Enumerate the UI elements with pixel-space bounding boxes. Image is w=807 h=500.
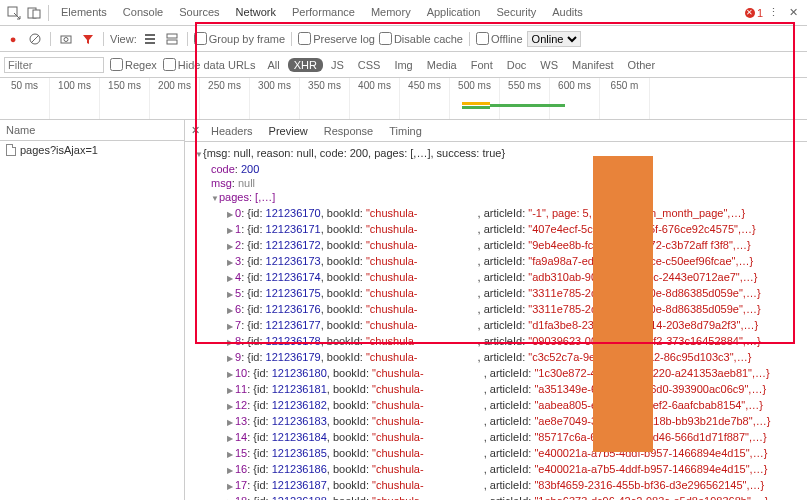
timeline-tick: 300 ms [250,78,300,120]
timeline-tick: 200 ms [150,78,200,120]
json-row[interactable]: 3: {id: 121236173, bookId: "chushula-, a… [195,254,807,270]
view-label: View: [110,33,137,45]
regex-checkbox[interactable]: Regex [110,58,157,71]
filter-bar: Regex Hide data URLs AllXHRJSCSSImgMedia… [0,52,807,78]
disable-cache-checkbox[interactable]: Disable cache [379,32,463,45]
timeline-bar [462,102,490,105]
filter-input[interactable] [4,57,104,73]
svg-rect-8 [145,38,155,40]
json-row[interactable]: 6: {id: 121236176, bookId: "chushula-, a… [195,302,807,318]
filter-pill-media[interactable]: Media [421,58,463,72]
filter-pill-img[interactable]: Img [388,58,418,72]
detail-tab-headers[interactable]: Headers [203,123,261,139]
separator [48,5,49,21]
view-list-icon[interactable] [141,30,159,48]
main-pane: Name pages?isAjax=1 ✕ HeadersPreviewResp… [0,120,807,500]
timeline-tick: 550 ms [500,78,550,120]
json-row[interactable]: 1: {id: 121236171, bookId: "chushula-, a… [195,222,807,238]
tab-application[interactable]: Application [419,2,489,24]
json-row[interactable]: 16: {id: 121236186, bookId: "chushula-, … [195,462,807,478]
request-item[interactable]: pages?isAjax=1 [0,141,184,159]
svg-rect-10 [167,34,177,38]
detail-tab-preview[interactable]: Preview [261,123,316,139]
record-icon[interactable]: ● [4,30,22,48]
filter-pill-other[interactable]: Other [622,58,662,72]
timeline-bar [490,104,565,107]
panel-tabs: ElementsConsoleSourcesNetworkPerformance… [53,2,591,24]
tab-console[interactable]: Console [115,2,171,24]
timeline[interactable]: 50 ms100 ms150 ms200 ms250 ms300 ms350 m… [0,78,807,120]
view-large-icon[interactable] [163,30,181,48]
json-row[interactable]: msg: null [195,176,807,190]
json-row[interactable]: 10: {id: 121236180, bookId: "chushula-, … [195,366,807,382]
timeline-bar [462,106,490,109]
filter-pill-doc[interactable]: Doc [501,58,533,72]
json-row[interactable]: 17: {id: 121236187, bookId: "chushula-, … [195,478,807,494]
timeline-tick: 500 ms [450,78,500,120]
json-row[interactable]: 7: {id: 121236177, bookId: "chushula-, a… [195,318,807,334]
group-by-frame-checkbox[interactable]: Group by frame [194,32,285,45]
filter-icon[interactable] [79,30,97,48]
detail-tab-response[interactable]: Response [316,123,382,139]
timeline-tick: 350 ms [300,78,350,120]
json-row[interactable]: 15: {id: 121236185, bookId: "chushula-, … [195,446,807,462]
filter-pill-font[interactable]: Font [465,58,499,72]
tab-sources[interactable]: Sources [171,2,227,24]
clear-icon[interactable] [26,30,44,48]
json-preview[interactable]: {msg: null, reason: null, code: 200, pag… [185,142,807,500]
timeline-tick: 250 ms [200,78,250,120]
json-row[interactable]: 12: {id: 121236182, bookId: "chushula-, … [195,398,807,414]
filter-pill-ws[interactable]: WS [534,58,564,72]
json-row[interactable]: 5: {id: 121236175, bookId: "chushula-, a… [195,286,807,302]
json-row[interactable]: 11: {id: 121236181, bookId: "chushula-, … [195,382,807,398]
tab-elements[interactable]: Elements [53,2,115,24]
close-icon[interactable]: ✕ [783,3,803,23]
filter-pill-all[interactable]: All [261,58,285,72]
separator [187,32,188,46]
svg-rect-11 [167,40,177,44]
timeline-tick: 100 ms [50,78,100,120]
offline-checkbox[interactable]: Offline [476,32,523,45]
camera-icon[interactable] [57,30,75,48]
close-detail-icon[interactable]: ✕ [187,124,203,137]
json-row[interactable]: 0: {id: 121236170, bookId: "chushula-, a… [195,206,807,222]
json-row[interactable]: 13: {id: 121236183, bookId: "chushula-, … [195,414,807,430]
preserve-log-checkbox[interactable]: Preserve log [298,32,375,45]
json-row[interactable]: {msg: null, reason: null, code: 200, pag… [195,146,807,162]
filter-pill-js[interactable]: JS [325,58,350,72]
svg-rect-7 [145,34,155,36]
error-badge[interactable]: ✕1 [745,7,763,19]
tab-audits[interactable]: Audits [544,2,591,24]
json-row[interactable]: 4: {id: 121236174, bookId: "chushula-, a… [195,270,807,286]
request-list: Name pages?isAjax=1 [0,120,185,500]
json-row[interactable]: 9: {id: 121236179, bookId: "chushula-, a… [195,350,807,366]
json-row[interactable]: code: 200 [195,162,807,176]
json-row[interactable]: pages: [,…] [195,190,807,206]
json-row[interactable]: 14: {id: 121236184, bookId: "chushula-, … [195,430,807,446]
filter-pill-css[interactable]: CSS [352,58,387,72]
json-row[interactable]: 18: {id: 121236188, bookId: "chushula-, … [195,494,807,500]
throttle-select[interactable]: Online [527,31,581,47]
filter-pill-xhr[interactable]: XHR [288,58,323,72]
tab-memory[interactable]: Memory [363,2,419,24]
filter-pill-manifest[interactable]: Manifest [566,58,620,72]
svg-rect-2 [33,10,40,18]
inspect-icon[interactable] [4,3,24,23]
hide-data-urls-checkbox[interactable]: Hide data URLs [163,58,256,71]
svg-point-6 [64,37,68,41]
more-icon[interactable]: ⋮ [763,3,783,23]
timeline-tick: 600 ms [550,78,600,120]
json-row[interactable]: 2: {id: 121236172, bookId: "chushula-, a… [195,238,807,254]
device-toggle-icon[interactable] [24,3,44,23]
devtools-topbar: ElementsConsoleSourcesNetworkPerformance… [0,0,807,26]
type-filters: AllXHRJSCSSImgMediaFontDocWSManifestOthe… [261,58,661,72]
separator [103,32,104,46]
name-column-header[interactable]: Name [0,120,184,141]
tab-security[interactable]: Security [488,2,544,24]
timeline-tick: 400 ms [350,78,400,120]
tab-network[interactable]: Network [228,2,284,24]
detail-tab-timing[interactable]: Timing [381,123,430,139]
json-row[interactable]: 8: {id: 121236178, bookId: "chushula-, a… [195,334,807,350]
separator [469,32,470,46]
tab-performance[interactable]: Performance [284,2,363,24]
